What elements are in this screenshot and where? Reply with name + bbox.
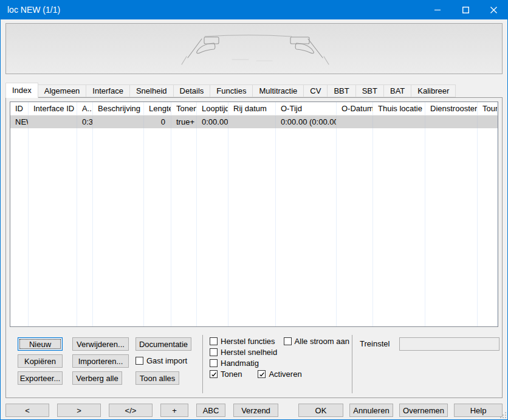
- tab-snelheid[interactable]: Snelheid: [130, 84, 174, 97]
- tab-bbt[interactable]: BBT: [328, 84, 355, 97]
- exporteer-button[interactable]: Exporteer...: [18, 371, 63, 385]
- herstel-snelheid-checkbox[interactable]: Herstel snelheid: [210, 347, 277, 357]
- table-cell: [478, 115, 498, 128]
- column-header-beschrijving[interactable]: Beschrijving: [93, 102, 144, 115]
- column-header-lengte[interactable]: Lengte: [144, 102, 171, 115]
- grid-column: [93, 128, 144, 326]
- column-header-a[interactable]: A...: [77, 102, 93, 115]
- gast-import-label: Gast import: [146, 356, 187, 365]
- maximize-icon: [462, 7, 469, 13]
- checkbox-box-icon: [210, 348, 218, 356]
- table-cell: NEW: [10, 115, 29, 128]
- checkbox-box-icon: [136, 357, 143, 365]
- table-row[interactable]: NEW0:30true+0:00.000:00.00 (0:00.00): [10, 115, 498, 128]
- column-header-rij-datum[interactable]: Rij datum: [228, 102, 276, 115]
- code-button[interactable]: </>: [109, 404, 153, 417]
- treinstel-input[interactable]: [399, 337, 499, 351]
- index-tab-panel: IDInterface IDA...BeschrijvingLengteTone…: [5, 97, 503, 398]
- tonen-checkbox[interactable]: Tonen: [210, 369, 242, 379]
- table-cell: 0:00.00 (0:00.00): [276, 115, 337, 128]
- column-header-looptijd[interactable]: Looptijd: [197, 102, 228, 115]
- handmatig-label: Handmatig: [221, 359, 259, 368]
- table-cell: [373, 115, 425, 128]
- next-button[interactable]: >: [57, 404, 101, 417]
- grid-column: [10, 128, 29, 326]
- titlebar[interactable]: loc NEW (1/1): [1, 0, 507, 19]
- overnemen-button[interactable]: Overnemen: [399, 404, 448, 417]
- grid-column: [197, 128, 228, 326]
- help-button[interactable]: Help: [454, 404, 503, 417]
- tab-index[interactable]: Index: [5, 83, 38, 98]
- loc-table: IDInterface IDA...BeschrijvingLengteTone…: [10, 102, 498, 327]
- kopieren-button[interactable]: Kopiëren: [18, 354, 63, 368]
- nieuw-button[interactable]: Nieuw: [18, 337, 63, 351]
- verberg-alle-button[interactable]: Verberg alle: [72, 371, 122, 385]
- toon-alles-button[interactable]: Toon alles: [136, 371, 179, 385]
- grid-column: [144, 128, 171, 326]
- herstel-functies-checkbox[interactable]: Herstel functies: [210, 336, 275, 346]
- checkbox-box-icon: [210, 359, 218, 367]
- minimize-button[interactable]: [424, 0, 451, 19]
- footer-toolbar: < > </> + ABC Verzend OK Annuleren Overn…: [5, 404, 503, 417]
- verzend-button[interactable]: Verzend: [233, 404, 278, 417]
- button-grid: Nieuw Verwijderen... Documentatie Kopiër…: [18, 337, 202, 385]
- column-header-id[interactable]: ID: [10, 102, 29, 115]
- locomotive-sketch-icon: [6, 24, 503, 74]
- tab-kalibreer[interactable]: Kalibreer: [411, 84, 456, 97]
- grid-column: [171, 128, 197, 326]
- column-header-o-datum[interactable]: O-Datum: [337, 102, 373, 115]
- navigation-buttons: < > </> + ABC Verzend: [5, 404, 278, 417]
- table-cell: [425, 115, 478, 128]
- table-cell: [93, 115, 144, 128]
- verwijderen-button[interactable]: Verwijderen...: [72, 337, 129, 351]
- ok-button[interactable]: OK: [298, 404, 343, 417]
- alle-stroom-aan-checkbox[interactable]: Alle stroom aan: [284, 336, 349, 346]
- options-zone: Herstel functies Alle stroom aan: [203, 334, 352, 394]
- tab-bar: IndexAlgemeenInterfaceSnelheidDetailsFun…: [5, 82, 503, 97]
- window-title: loc NEW (1/1): [1, 5, 424, 15]
- column-header-dienstrooster[interactable]: Dienstrooster: [425, 102, 478, 115]
- tab-bat[interactable]: BAT: [384, 84, 411, 97]
- column-header-interface-id[interactable]: Interface ID: [29, 102, 77, 115]
- column-header-tour[interactable]: Tour: [478, 102, 498, 115]
- activeren-label: Activeren: [269, 370, 301, 379]
- checkbox-box-icon: [258, 370, 266, 378]
- column-header-thuis-locatie[interactable]: Thuis locatie: [373, 102, 425, 115]
- loc-image-panel: [5, 23, 503, 74]
- gast-import-checkbox[interactable]: Gast import: [136, 356, 187, 366]
- prev-button[interactable]: <: [5, 404, 49, 417]
- importeren-button[interactable]: Importeren...: [72, 354, 129, 368]
- loc-properties-dialog: loc NEW (1/1): [0, 0, 508, 420]
- treinstel-zone: Treinstel: [352, 334, 499, 394]
- maximize-button[interactable]: [451, 0, 479, 19]
- controls-area: Nieuw Verwijderen... Documentatie Kopiër…: [10, 334, 498, 394]
- annuleren-button[interactable]: Annuleren: [349, 404, 393, 417]
- tab-functies[interactable]: Functies: [210, 84, 253, 97]
- tab-multitractie[interactable]: Multitractie: [253, 84, 304, 97]
- plus-button[interactable]: +: [160, 404, 188, 417]
- handmatig-checkbox[interactable]: Handmatig: [210, 358, 259, 368]
- table-cell: [337, 115, 373, 128]
- tab-details[interactable]: Details: [174, 84, 211, 97]
- herstel-snelheid-label: Herstel snelheid: [221, 348, 277, 357]
- column-header-o-tijd[interactable]: O-Tijd: [276, 102, 337, 115]
- abc-button[interactable]: ABC: [196, 404, 225, 417]
- table-cell: [228, 115, 276, 128]
- tab-cv[interactable]: CV: [304, 84, 328, 97]
- close-button[interactable]: [479, 0, 507, 19]
- window-controls: [424, 0, 507, 19]
- grid-column: [425, 128, 478, 326]
- tab-sbt[interactable]: SBT: [356, 84, 384, 97]
- table-header: IDInterface IDA...BeschrijvingLengteTone…: [10, 102, 498, 115]
- checkbox-box-icon: [210, 370, 218, 378]
- column-header-tonen[interactable]: Tonen: [171, 102, 197, 115]
- documentatie-button[interactable]: Documentatie: [136, 337, 191, 351]
- activeren-checkbox[interactable]: Activeren: [258, 369, 301, 379]
- tab-interface[interactable]: Interface: [86, 84, 130, 97]
- table-cell: true+: [171, 115, 197, 128]
- resize-grip[interactable]: [500, 412, 506, 418]
- tab-algemeen[interactable]: Algemeen: [38, 84, 87, 97]
- alle-stroom-aan-label: Alle stroom aan: [295, 337, 349, 346]
- close-icon: [490, 7, 497, 13]
- table-cell: 0: [144, 115, 171, 128]
